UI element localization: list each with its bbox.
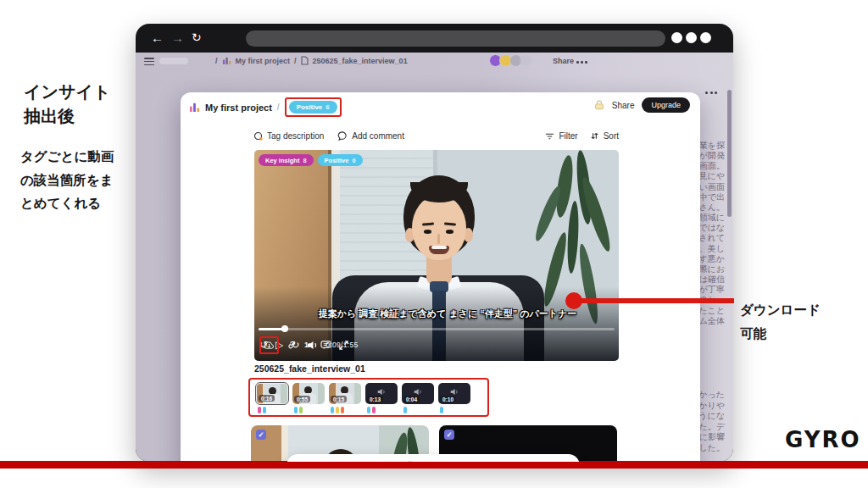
breadcrumb: / My first project / 250625_fake_intervi… bbox=[215, 56, 408, 65]
premium-icon[interactable] bbox=[594, 100, 604, 110]
fullscreen-icon[interactable] bbox=[339, 341, 348, 350]
avatar[interactable] bbox=[520, 54, 532, 67]
tag-description-button[interactable]: Tag description bbox=[253, 131, 324, 141]
add-comment-label: Add comment bbox=[352, 131, 404, 141]
select-all-button[interactable]: Select all bbox=[364, 462, 396, 463]
scene-shape bbox=[446, 230, 453, 234]
slide-description-line: の該当箇所をま bbox=[20, 169, 114, 192]
filter-button[interactable]: Filter bbox=[545, 131, 577, 141]
subtitle-text: 提案から 調査 検証まで含めて まさに “伴走型” のパートナー bbox=[254, 308, 619, 320]
video-player[interactable]: Key insight 8 Positive 6 提案から 調査 検証まで含めて… bbox=[254, 150, 619, 361]
card-checkbox[interactable]: ✓ bbox=[256, 430, 266, 440]
slide-heading: インサイト 抽出後 bbox=[24, 80, 110, 129]
download-icon[interactable] bbox=[523, 461, 534, 462]
path bbox=[268, 343, 270, 347]
annotation-red-box: Positive 6 bbox=[285, 97, 342, 117]
window-control-icon[interactable] bbox=[686, 32, 697, 43]
tag-pill-count: 6 bbox=[326, 103, 329, 111]
path bbox=[340, 341, 348, 348]
card-checkbox[interactable]: ✓ bbox=[444, 430, 454, 440]
clip-video-thumb[interactable]: 0:16 bbox=[256, 383, 288, 404]
clip-thumbnail[interactable]: 0:04 bbox=[402, 383, 434, 415]
clip-thumbnail[interactable]: 0:55 bbox=[292, 383, 325, 415]
tag-color-bar bbox=[263, 407, 266, 413]
more-icon[interactable] bbox=[576, 61, 587, 64]
tag-color-bar bbox=[403, 407, 407, 413]
window-control-icon[interactable] bbox=[671, 32, 682, 43]
clip-strip: 0:160:550:150:130:040:10 bbox=[248, 378, 489, 417]
progress-bar[interactable] bbox=[259, 328, 615, 330]
clip-video-thumb[interactable]: 0:15 bbox=[329, 383, 361, 404]
breadcrumb-project[interactable]: My first project bbox=[236, 57, 291, 65]
tag-color-bar bbox=[331, 407, 334, 413]
add-tag-button[interactable]: Add tag bbox=[420, 462, 446, 463]
audio-icon bbox=[414, 388, 422, 396]
modal-header: My first project / Positive 6 bbox=[189, 97, 342, 117]
tag-color-bar bbox=[336, 407, 339, 413]
upgrade-button[interactable]: Upgrade bbox=[642, 97, 690, 113]
positive-tag-pill[interactable]: Positive 6 bbox=[318, 154, 363, 166]
video-title: 250625_fake_interview_01 bbox=[254, 363, 365, 374]
tag-color-bar bbox=[294, 407, 298, 413]
rect bbox=[190, 107, 192, 113]
forward-icon[interactable]: → bbox=[171, 30, 184, 45]
key-insight-tag-pill[interactable]: Key insight 8 bbox=[259, 154, 314, 166]
page-scrollbar[interactable] bbox=[727, 90, 732, 217]
annotation-red-box bbox=[259, 336, 279, 354]
clip-tag-colors bbox=[292, 407, 325, 413]
modal-share-button[interactable]: Share bbox=[612, 101, 635, 110]
slide-description-line: とめてくれる bbox=[20, 191, 114, 215]
add-comment-button[interactable]: Add comment bbox=[337, 131, 404, 141]
reload-icon[interactable]: ↻ bbox=[192, 30, 202, 45]
sort-button[interactable]: Sort bbox=[590, 131, 619, 141]
download-button[interactable]: Download bbox=[541, 462, 577, 463]
download-icon[interactable] bbox=[264, 341, 275, 350]
leaf bbox=[566, 201, 580, 274]
more-icon[interactable]: ⋯ bbox=[584, 461, 593, 462]
sort-icon bbox=[590, 131, 599, 141]
page-share-button[interactable]: Share bbox=[553, 57, 574, 65]
clip-thumbnail[interactable]: 0:15 bbox=[329, 383, 361, 415]
player-controls: ↺ ▷ ↻ 0:09/1:55 bbox=[259, 336, 614, 353]
breadcrumb-separator: / bbox=[294, 57, 297, 65]
slide-heading-line: インサイト bbox=[24, 80, 110, 104]
modal-toolbar-right: Filter Sort bbox=[545, 131, 619, 141]
path bbox=[384, 391, 385, 394]
modal-header-actions: Share Upgrade bbox=[594, 97, 690, 113]
scene-shape bbox=[437, 234, 440, 244]
breadcrumb-file[interactable]: 250625_fake_interview_01 bbox=[313, 57, 408, 65]
window-control-icon[interactable] bbox=[700, 32, 711, 43]
modal-project-title[interactable]: My first project bbox=[205, 103, 272, 113]
back-icon[interactable]: ← bbox=[151, 30, 164, 45]
clip-thumbnail[interactable]: 0:10 bbox=[438, 383, 470, 415]
path bbox=[420, 391, 421, 394]
close-icon[interactable]: ✕ bbox=[297, 460, 304, 462]
clip-tag-colors bbox=[365, 407, 398, 413]
clip-video-thumb[interactable]: 0:55 bbox=[292, 383, 325, 404]
path bbox=[546, 134, 554, 139]
window-controls[interactable] bbox=[671, 32, 711, 43]
file-icon bbox=[301, 56, 309, 65]
more-icon[interactable] bbox=[705, 92, 717, 94]
download-note-line: ダウンロード bbox=[740, 298, 821, 322]
path bbox=[597, 101, 601, 104]
tag-count: 6 bbox=[352, 157, 355, 164]
span bbox=[144, 61, 154, 63]
clip-audio-thumb[interactable]: 0:13 bbox=[365, 383, 398, 404]
add-tag-icon[interactable] bbox=[403, 461, 413, 463]
clip-audio-thumb[interactable]: 0:10 bbox=[438, 383, 470, 404]
clip-tag-colors bbox=[402, 407, 434, 413]
clip-tag-colors bbox=[438, 407, 470, 413]
clip-thumbnail[interactable]: 0:16 bbox=[256, 383, 288, 415]
add-to-insight-button[interactable]: Add to insight bbox=[453, 462, 499, 463]
path bbox=[378, 389, 382, 395]
clip-thumbnail[interactable]: 0:13 bbox=[365, 383, 398, 415]
link-icon[interactable] bbox=[287, 340, 297, 350]
positive-tag-pill[interactable]: Positive 6 bbox=[289, 101, 337, 114]
address-bar[interactable] bbox=[246, 30, 665, 47]
playback-speed[interactable]: 1x bbox=[304, 341, 313, 349]
clip-audio-thumb[interactable]: 0:04 bbox=[402, 383, 434, 404]
captions-icon[interactable] bbox=[320, 341, 331, 350]
page-backdrop: / My first project / 250625_fake_intervi… bbox=[136, 53, 733, 462]
menu-icon[interactable] bbox=[144, 58, 154, 67]
